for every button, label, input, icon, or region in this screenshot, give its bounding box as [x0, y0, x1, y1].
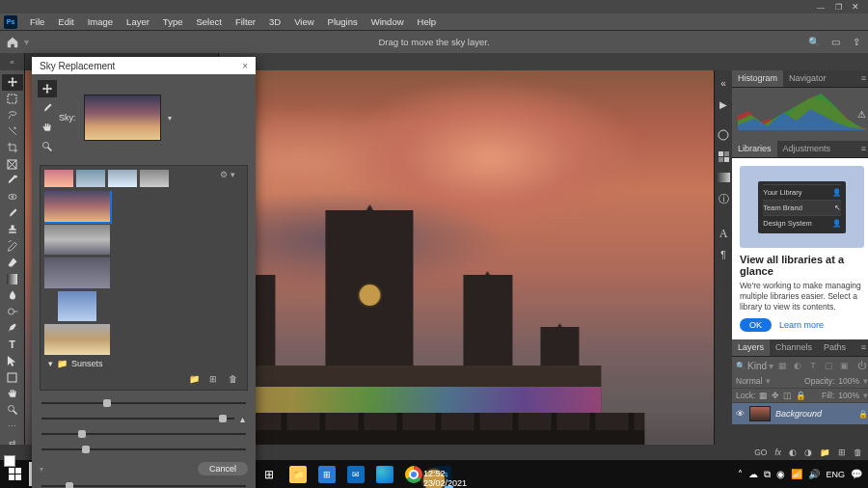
lasso-tool[interactable]: [2, 107, 23, 123]
import-sky-icon[interactable]: ⊞: [206, 374, 220, 384]
shape-tool[interactable]: [2, 369, 23, 386]
sky-preset[interactable]: [44, 191, 110, 222]
crop-tool[interactable]: [2, 140, 23, 156]
layer-name[interactable]: Background: [775, 409, 854, 419]
folder-disclosure-icon[interactable]: ▾: [48, 359, 53, 368]
tab-histogram[interactable]: Histogram: [732, 70, 783, 87]
menu-layer[interactable]: Layer: [120, 14, 156, 29]
sky-thumb[interactable]: [44, 170, 73, 187]
delete-icon[interactable]: 🗑: [226, 374, 239, 384]
tray-expand-icon[interactable]: ˄: [738, 469, 743, 479]
menu-help[interactable]: Help: [411, 14, 444, 29]
eyedropper-tool[interactable]: [2, 173, 23, 189]
lock-pixels-icon[interactable]: ▦: [759, 391, 768, 400]
menu-view[interactable]: View: [287, 14, 320, 29]
cc-icon[interactable]: ◉: [776, 469, 785, 479]
menu-plugins[interactable]: Plugins: [321, 14, 365, 29]
gear-icon[interactable]: ⚙ ▾: [220, 170, 235, 179]
lock-icon[interactable]: 🔒: [858, 410, 868, 419]
sky-preset[interactable]: [58, 291, 96, 322]
fade-edge-slider[interactable]: ▴: [41, 414, 246, 423]
swatches-panel-icon[interactable]: [715, 148, 732, 165]
paragraph-panel-icon[interactable]: ¶: [715, 246, 732, 263]
tab-channels[interactable]: Channels: [770, 339, 818, 356]
sky-zoom-tool[interactable]: [38, 138, 57, 155]
brightness-slider[interactable]: [41, 429, 246, 439]
frame-tool[interactable]: [2, 156, 23, 173]
move-tool[interactable]: [2, 74, 23, 91]
foreground-swatch[interactable]: [4, 455, 15, 467]
menu-filter[interactable]: Filter: [229, 14, 262, 29]
tab-libraries[interactable]: Libraries: [732, 141, 777, 157]
dodge-tool[interactable]: [2, 304, 23, 320]
expand-icon[interactable]: «: [715, 74, 732, 92]
tab-paths[interactable]: Paths: [818, 339, 852, 356]
brush-tool[interactable]: [2, 205, 23, 222]
cancel-button[interactable]: Cancel: [198, 462, 248, 475]
taskbar-edge[interactable]: [370, 460, 399, 488]
healing-tool[interactable]: [2, 189, 23, 205]
volume-icon[interactable]: 🔊: [808, 469, 820, 479]
workspace-icon[interactable]: ▭: [826, 34, 845, 51]
wand-tool[interactable]: [2, 123, 23, 140]
opacity-value[interactable]: 100%: [838, 376, 859, 386]
gradient-panel-icon[interactable]: [715, 169, 732, 186]
trash-icon[interactable]: 🗑: [854, 447, 862, 457]
toolbar-collapse-icon[interactable]: «: [0, 53, 25, 70]
sky-brush-tool[interactable]: [38, 99, 57, 117]
scale-slider[interactable]: [41, 481, 246, 488]
visibility-icon[interactable]: 👁: [736, 409, 745, 419]
path-select-tool[interactable]: [2, 353, 23, 369]
layer-thumbnail[interactable]: [749, 406, 771, 421]
histogram-warning-icon[interactable]: ⚠: [857, 109, 866, 120]
filter-smart-icon[interactable]: ▣: [837, 359, 851, 372]
tab-layers[interactable]: Layers: [732, 339, 770, 356]
gradient-tool[interactable]: [2, 271, 23, 287]
sky-thumb[interactable]: [108, 170, 137, 187]
onedrive-icon[interactable]: ☁: [748, 469, 758, 479]
info-panel-icon[interactable]: ⓘ: [715, 190, 732, 207]
color-panel-icon[interactable]: [715, 126, 732, 144]
menu-file[interactable]: File: [23, 14, 51, 29]
type-tool[interactable]: T: [2, 337, 23, 353]
taskbar-clock[interactable]: 12:52 23/02/2021: [421, 468, 447, 488]
panel-menu-icon[interactable]: ≡: [855, 141, 868, 157]
sky-thumb[interactable]: [140, 170, 169, 187]
tab-adjustments[interactable]: Adjustments: [777, 141, 837, 157]
dialog-titlebar[interactable]: Sky Replacement ×: [32, 57, 256, 74]
sky-hand-tool[interactable]: [38, 119, 57, 136]
sky-preset-list[interactable]: [44, 191, 243, 355]
lock-all-icon[interactable]: 🔒: [796, 391, 806, 400]
task-view-icon[interactable]: ⊞: [255, 460, 284, 488]
menu-edit[interactable]: Edit: [51, 14, 80, 29]
more-tools[interactable]: ⋯: [2, 419, 23, 435]
sky-preset[interactable]: [44, 258, 110, 288]
home-icon[interactable]: [4, 34, 21, 51]
stamp-tool[interactable]: [2, 222, 23, 238]
fx-icon[interactable]: GO: [754, 447, 767, 457]
restore-button[interactable]: ❐: [829, 1, 847, 13]
dialog-close-icon[interactable]: ×: [242, 61, 248, 71]
dropbox-icon[interactable]: ⧉: [764, 469, 771, 480]
history-brush-tool[interactable]: [2, 238, 23, 255]
layer-row[interactable]: 👁 Background 🔒: [732, 403, 868, 424]
pen-tool[interactable]: [2, 320, 23, 337]
zoom-tool[interactable]: [2, 402, 23, 419]
filter-shape-icon[interactable]: ▢: [822, 359, 835, 372]
panel-menu-icon[interactable]: ≡: [855, 339, 868, 356]
menu-select[interactable]: Select: [189, 14, 228, 29]
minimize-button[interactable]: —: [812, 1, 829, 13]
menu-3d[interactable]: 3D: [262, 14, 287, 29]
learn-more-link[interactable]: Learn more: [779, 320, 824, 330]
blend-mode-select[interactable]: Normal: [736, 376, 762, 386]
hand-tool[interactable]: [2, 386, 23, 402]
menu-image[interactable]: Image: [81, 14, 120, 29]
adjustment-icon[interactable]: ◑: [804, 447, 812, 457]
filter-kind-label[interactable]: Kind: [747, 361, 767, 371]
temperature-slider[interactable]: [41, 445, 246, 454]
marquee-tool[interactable]: [2, 91, 23, 107]
taskbar-explorer[interactable]: 📁: [284, 460, 312, 488]
group-icon[interactable]: 📁: [820, 447, 830, 457]
play-icon[interactable]: ▶: [715, 95, 732, 113]
panel-menu-icon[interactable]: ≡: [855, 70, 868, 87]
